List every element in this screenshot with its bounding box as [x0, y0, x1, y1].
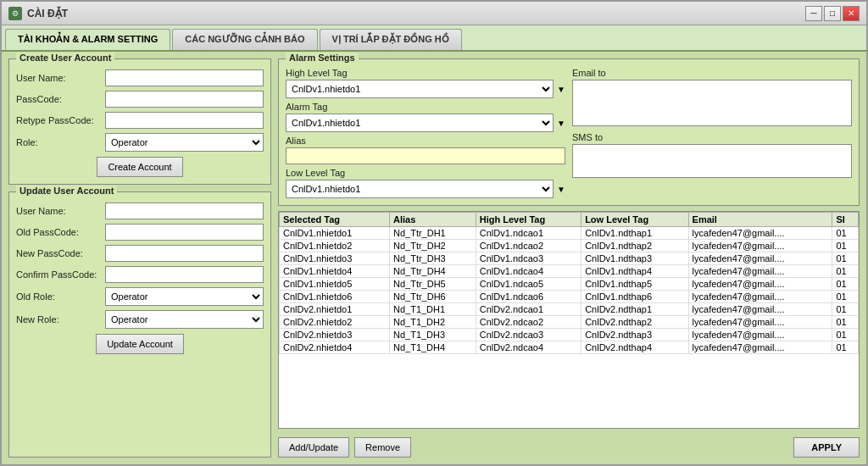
remove-button[interactable]: Remove: [354, 437, 411, 458]
table-cell: CnlDv1.ndcao1: [476, 227, 581, 240]
sms-to-textarea[interactable]: [572, 144, 852, 178]
col-high-level: High Level Tag: [476, 213, 581, 227]
table-row[interactable]: CnlDv1.nhietdo6Nd_Ttr_DH6CnlDv1.ndcao6Cn…: [280, 291, 859, 303]
table-row[interactable]: CnlDv1.nhietdo1Nd_Ttr_DH1CnlDv1.ndcao1Cn…: [280, 227, 859, 240]
create-role-select[interactable]: Operator Admin Viewer: [105, 133, 264, 152]
alarm-tag-select[interactable]: CnlDv1.nhietdo1 CnlDv1.nhietdo2: [286, 114, 554, 132]
table-cell: CnlDv2.ndcao3: [476, 329, 581, 341]
high-level-tag-select-row: CnlDv1.nhietdo1 CnlDv1.nhietdo2 ▼: [286, 80, 565, 98]
table-cell: Nd_Ttr_DH6: [389, 291, 476, 303]
table-cell: CnlDv1.ndcao3: [476, 252, 581, 265]
table-cell: 01: [832, 316, 859, 329]
update-new-role-select[interactable]: Operator Admin Viewer: [105, 310, 264, 329]
create-retype-row: Retype PassCode:: [16, 112, 264, 129]
create-retype-input[interactable]: [105, 112, 264, 129]
update-new-passcode-input[interactable]: [105, 245, 264, 262]
window-title: CÀI ĐẶT: [27, 8, 68, 19]
create-username-input[interactable]: [105, 69, 264, 86]
update-old-passcode-label: Old PassCode:: [16, 227, 105, 237]
create-username-label: User Name:: [16, 73, 105, 83]
create-retype-label: Retype PassCode:: [16, 115, 105, 125]
table-cell: CnlDv2.ndthap3: [581, 329, 688, 341]
main-window: ⚙ CÀI ĐẶT ─ □ ✕ TÀI KHOẢN & ALARM SETTIN…: [0, 0, 868, 466]
tab-bar: TÀI KHOẢN & ALARM SETTING CÁC NGƯỠNG CẢN…: [2, 25, 866, 52]
create-account-button[interactable]: Create Account: [97, 157, 182, 177]
table-row[interactable]: CnlDv1.nhietdo2Nd_Ttr_DH2CnlDv1.ndcao2Cn…: [280, 240, 859, 252]
tab-location[interactable]: VỊ TRÍ LẮP ĐẶT ĐỒNG HỒ: [320, 29, 462, 50]
title-bar-left: ⚙ CÀI ĐẶT: [8, 7, 68, 20]
alarm-settings-group: Alarm Settings High Level Tag CnlDv1.nhi…: [278, 58, 860, 206]
table-cell: Nd_Ttr_DH1: [389, 227, 476, 240]
create-passcode-label: PassCode:: [16, 94, 105, 104]
update-account-button[interactable]: Update Account: [96, 334, 184, 354]
minimize-button[interactable]: ─: [805, 6, 822, 21]
create-passcode-input[interactable]: [105, 91, 264, 108]
alarm-table-scroll[interactable]: Selected Tag Alias High Level Tag Low Le…: [279, 212, 859, 428]
table-cell: CnlDv2.nhietdo4: [280, 341, 390, 354]
table-row[interactable]: CnlDv1.nhietdo4Nd_Ttr_DH4CnlDv1.ndcao4Cn…: [280, 265, 859, 278]
email-to-label: Email to: [572, 68, 852, 78]
update-old-passcode-row: Old PassCode:: [16, 224, 264, 241]
table-cell: 01: [832, 291, 859, 303]
table-row[interactable]: CnlDv2.nhietdo1Nd_T1_DH1CnlDv2.ndcao1Cnl…: [280, 303, 859, 316]
add-update-button[interactable]: Add/Update: [278, 437, 349, 458]
update-button-row: Update Account: [16, 334, 264, 354]
table-cell: lycafeden47@gmail....: [688, 265, 832, 278]
apply-button[interactable]: APPLY: [793, 437, 860, 458]
table-cell: CnlDv2.ndcao4: [476, 341, 581, 354]
create-passcode-row: PassCode:: [16, 91, 264, 108]
table-cell: CnlDv1.ndthap2: [581, 240, 688, 252]
update-confirm-passcode-input[interactable]: [105, 266, 264, 283]
table-cell: CnlDv1.nhietdo6: [280, 291, 390, 303]
table-cell: CnlDv2.ndcao2: [476, 316, 581, 329]
table-row[interactable]: CnlDv1.nhietdo5Nd_Ttr_DH5CnlDv1.ndcao5Cn…: [280, 278, 859, 291]
update-old-passcode-input[interactable]: [105, 224, 264, 241]
table-cell: lycafeden47@gmail....: [688, 278, 832, 291]
title-buttons: ─ □ ✕: [805, 6, 860, 21]
table-cell: 01: [832, 278, 859, 291]
low-level-tag-select[interactable]: CnlDv1.nhietdo1 CnlDv1.nhietdo2: [286, 180, 554, 198]
table-cell: CnlDv1.ndcao2: [476, 240, 581, 252]
high-level-tag-select[interactable]: CnlDv1.nhietdo1 CnlDv1.nhietdo2: [286, 80, 554, 98]
table-body: CnlDv1.nhietdo1Nd_Ttr_DH1CnlDv1.ndcao1Cn…: [280, 227, 859, 354]
col-si: SI: [832, 213, 859, 227]
alarm-table-container: Selected Tag Alias High Level Tag Low Le…: [278, 211, 860, 429]
alias-input[interactable]: [286, 147, 565, 164]
table-cell: CnlDv1.nhietdo3: [280, 252, 390, 265]
table-cell: CnlDv2.ndthap4: [581, 341, 688, 354]
table-cell: Nd_Ttr_DH3: [389, 252, 476, 265]
update-new-role-label: New Role:: [16, 314, 105, 325]
email-to-textarea[interactable]: [572, 80, 852, 126]
table-cell: Nd_T1_DH3: [389, 329, 476, 341]
table-cell: lycafeden47@gmail....: [688, 240, 832, 252]
tab-alarm-setting[interactable]: TÀI KHOẢN & ALARM SETTING: [5, 29, 170, 50]
alarm-tag-label: Alarm Tag: [286, 102, 565, 112]
update-new-role-row: New Role: Operator Admin Viewer: [16, 310, 264, 329]
update-new-passcode-row: New PassCode:: [16, 245, 264, 262]
update-username-input[interactable]: [105, 202, 264, 219]
table-cell: CnlDv2.nhietdo2: [280, 316, 390, 329]
table-row[interactable]: CnlDv2.nhietdo3Nd_T1_DH3CnlDv2.ndcao3Cnl…: [280, 329, 859, 341]
update-username-row: User Name:: [16, 202, 264, 219]
table-cell: lycafeden47@gmail....: [688, 252, 832, 265]
table-cell: Nd_Ttr_DH5: [389, 278, 476, 291]
table-cell: CnlDv1.ndthap4: [581, 265, 688, 278]
table-row[interactable]: CnlDv1.nhietdo3Nd_Ttr_DH3CnlDv1.ndcao3Cn…: [280, 252, 859, 265]
sms-to-section: SMS to: [572, 132, 852, 180]
tab-threshold[interactable]: CÁC NGƯỠNG CẢNH BÁO: [172, 29, 317, 50]
update-old-role-select[interactable]: Operator Admin Viewer: [105, 287, 264, 306]
maximize-button[interactable]: □: [824, 6, 841, 21]
table-cell: CnlDv1.ndthap1: [581, 227, 688, 240]
bottom-button-row: Add/Update Remove APPLY: [278, 434, 860, 458]
table-row[interactable]: CnlDv2.nhietdo4Nd_T1_DH4CnlDv2.ndcao4Cnl…: [280, 341, 859, 354]
alarm-settings-title: Alarm Settings: [286, 53, 359, 63]
create-role-row: Role: Operator Admin Viewer: [16, 133, 264, 152]
alarm-tag-dropdown-icon: ▼: [557, 119, 565, 128]
table-row[interactable]: CnlDv2.nhietdo2Nd_T1_DH2CnlDv2.ndcao2Cnl…: [280, 316, 859, 329]
table-cell: lycafeden47@gmail....: [688, 329, 832, 341]
update-old-role-row: Old Role: Operator Admin Viewer: [16, 287, 264, 306]
close-button[interactable]: ✕: [843, 6, 860, 21]
table-cell: CnlDv2.nhietdo1: [280, 303, 390, 316]
right-panel: Alarm Settings High Level Tag CnlDv1.nhi…: [278, 58, 860, 458]
left-panel: Create User Account User Name: PassCode:…: [8, 58, 271, 458]
